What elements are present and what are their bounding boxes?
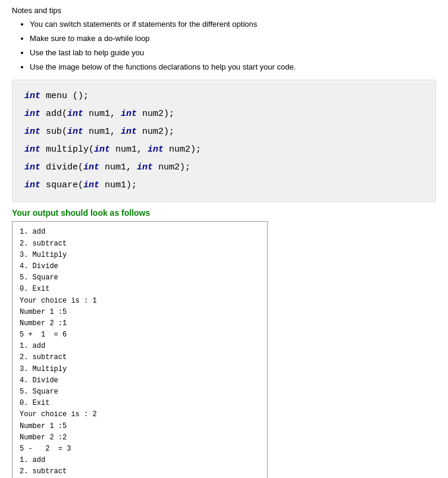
notes-item-3: Use the last lab to help guide you	[30, 46, 436, 59]
output-box: 1. add 2. subtract 3. Multiply 4. Divide…	[12, 221, 268, 478]
kw-int-8: int	[24, 144, 40, 155]
notes-title: Notes and tips	[12, 6, 436, 15]
code-line-2: int add(int num1, int num2);	[24, 105, 424, 123]
code-line-5: int divide(int num1, int num2);	[24, 159, 424, 177]
kw-int-15: int	[83, 180, 99, 190]
kw-int-5: int	[24, 127, 40, 137]
kw-int-9: int	[94, 144, 110, 155]
output-heading: Your output should look as follows	[12, 208, 436, 218]
notes-item-2: Make sure to make a do-while loop	[30, 32, 436, 45]
kw-int-4: int	[121, 109, 137, 119]
kw-int-10: int	[148, 144, 164, 155]
kw-int-12: int	[83, 162, 99, 172]
code-block: int menu (); int add(int num1, int num2)…	[12, 80, 436, 202]
notes-list: You can switch statements or if statemen…	[12, 18, 436, 74]
kw-int-13: int	[137, 162, 153, 172]
kw-int-11: int	[24, 162, 40, 172]
code-line-6: int square(int num1);	[24, 177, 424, 194]
code-line-1: int menu ();	[24, 87, 424, 105]
code-line-4: int multiply(int num1, int num2);	[24, 141, 424, 159]
kw-int-3: int	[67, 109, 83, 119]
notes-item-4: Use the image below of the functions dec…	[30, 61, 436, 74]
kw-int-7: int	[121, 127, 137, 137]
code-line-3: int sub(int num1, int num2);	[24, 123, 424, 141]
kw-int-2: int	[24, 109, 40, 119]
kw-int-14: int	[24, 180, 40, 190]
notes-item-1: You can switch statements or if statemen…	[30, 18, 436, 31]
kw-int-6: int	[67, 127, 83, 137]
kw-int-1: int	[24, 91, 40, 101]
